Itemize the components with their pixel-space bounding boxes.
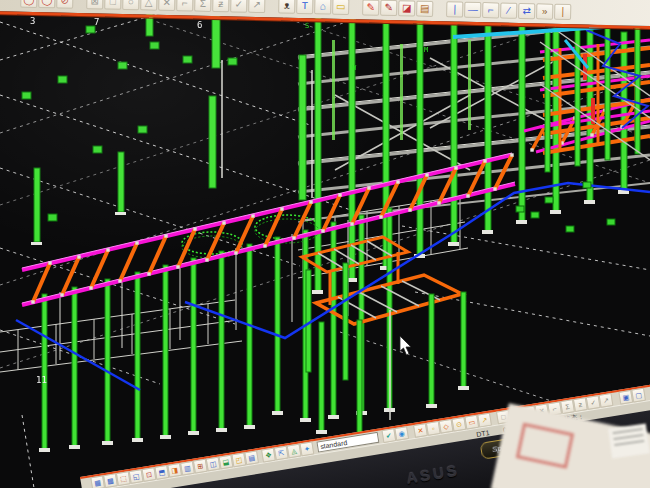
drawing-icon[interactable]: ◪ — [398, 0, 415, 16]
base-plate — [300, 418, 311, 422]
joint-plate — [89, 286, 92, 289]
joint-plate — [176, 265, 179, 268]
line-vertical-icon[interactable]: ∣ — [446, 1, 463, 17]
z-tool-icon[interactable]: ƶ — [212, 0, 229, 12]
red-pencil-icon[interactable]: ✎ — [380, 0, 397, 16]
joint-plate — [309, 200, 312, 203]
joint-plate — [510, 153, 513, 156]
red-pen-icon[interactable]: ✎ — [362, 0, 379, 16]
green-column — [357, 320, 362, 444]
grid-label: 6 — [197, 20, 202, 30]
disabled-tool-icon[interactable]: ⊘ — [56, 0, 73, 9]
polyline-icon[interactable]: ⌐ — [482, 2, 499, 18]
model-member — [468, 40, 471, 130]
base-plate — [132, 438, 143, 442]
grid-label: 3 — [30, 16, 35, 26]
green-column — [72, 287, 77, 447]
toolbar-icon[interactable]: ↗ — [599, 393, 614, 408]
base-plate — [31, 242, 42, 245]
corbel — [150, 42, 159, 49]
check-tool-icon[interactable]: ✓ — [230, 0, 247, 13]
joint-plate — [493, 187, 496, 190]
clipboard-icon[interactable]: ▤ — [416, 1, 433, 17]
toolbar-separator — [74, 0, 86, 9]
toolbar-icon[interactable]: ↗ — [477, 413, 492, 428]
corbel — [607, 219, 615, 225]
rack-beam — [0, 320, 238, 352]
corbel — [583, 182, 591, 188]
green-column — [349, 16, 355, 280]
globe-icon[interactable]: ◉ — [394, 426, 409, 441]
toolbar-icon[interactable]: ▤ — [244, 450, 259, 465]
green-column — [275, 237, 280, 413]
green-column — [451, 22, 457, 244]
joint-plate — [205, 258, 208, 261]
snap-corner-icon[interactable]: ⌐ — [176, 0, 193, 12]
green-column — [42, 294, 47, 450]
two-point-icon[interactable]: ⇄ — [518, 3, 535, 19]
base-plate — [102, 441, 113, 445]
base-plate — [244, 425, 255, 429]
green-column — [545, 30, 550, 172]
create-hole-icon[interactable]: ◯ — [20, 0, 37, 8]
joint-plate — [135, 241, 138, 244]
joint-plate — [106, 248, 109, 251]
joint-plate — [338, 193, 341, 196]
model-member — [332, 40, 335, 140]
corbel — [86, 26, 95, 33]
snap-box-icon[interactable]: ⊠ — [86, 0, 103, 9]
snap-cross-icon[interactable]: ✕ — [158, 0, 175, 11]
toolbar-icon[interactable]: ✦ — [299, 441, 314, 456]
corbel — [22, 92, 31, 99]
yellow-plate-icon[interactable]: ▭ — [332, 0, 349, 15]
home-view-icon[interactable]: ⌂ — [314, 0, 331, 15]
desk-paper — [608, 424, 650, 459]
joint-plate — [379, 215, 382, 218]
base-plate — [458, 386, 469, 390]
snap-square-icon[interactable]: □ — [104, 0, 121, 10]
line-horizontal-icon[interactable]: — — [464, 2, 481, 18]
corbel — [545, 197, 553, 203]
joint-plate — [425, 173, 428, 176]
corbel — [183, 56, 192, 63]
joint-plate — [222, 221, 225, 224]
base-plate — [39, 448, 50, 452]
column-tool-icon[interactable]: ∣ — [554, 4, 571, 20]
base-plate — [328, 415, 339, 419]
line-diagonal-icon[interactable]: ∕ — [500, 2, 517, 18]
base-plate — [160, 435, 171, 439]
joint-plate — [367, 186, 370, 189]
joint-plate — [530, 148, 533, 151]
member-label: W — [352, 64, 357, 72]
base-plate — [516, 220, 527, 224]
green-column — [343, 263, 348, 380]
green-column — [485, 24, 491, 232]
box-red-print — [516, 423, 574, 469]
base-plate — [312, 290, 323, 294]
joint-plate — [280, 207, 283, 210]
green-column — [605, 26, 610, 160]
monitor-photo: 37611SEWM ◯◯⊘⊠□○△✕⌐Σƶ✓↗ᴥT⌂▭✎✎◪▤∣—⌐∕⇄»∣ ▦… — [0, 0, 650, 488]
arrow-tool-icon[interactable]: ↗ — [248, 0, 265, 13]
sum-icon[interactable]: Σ — [194, 0, 211, 12]
green-column — [219, 251, 224, 430]
grid-label: 11 — [36, 375, 47, 385]
corbel — [48, 214, 57, 221]
create-hole-icon[interactable]: ◯ — [38, 0, 55, 8]
green-column — [315, 14, 321, 292]
base-plate — [584, 200, 595, 204]
window-mini-icon[interactable]: ▢ — [631, 388, 646, 403]
green-column — [163, 265, 168, 437]
joint-plate — [590, 133, 593, 136]
joint-plate — [251, 214, 254, 217]
snap-triangle-icon[interactable]: △ — [140, 0, 157, 11]
joint-plate — [396, 180, 399, 183]
binoculars-icon[interactable]: ᴥ — [278, 0, 295, 14]
offset-icon[interactable]: » — [536, 3, 553, 19]
joint-plate — [437, 201, 440, 204]
green-column — [417, 20, 423, 256]
joint-plate — [77, 255, 80, 258]
snap-circle-icon[interactable]: ○ — [122, 0, 139, 10]
text-tool-icon[interactable]: T — [296, 0, 313, 14]
base-plate — [426, 404, 437, 408]
